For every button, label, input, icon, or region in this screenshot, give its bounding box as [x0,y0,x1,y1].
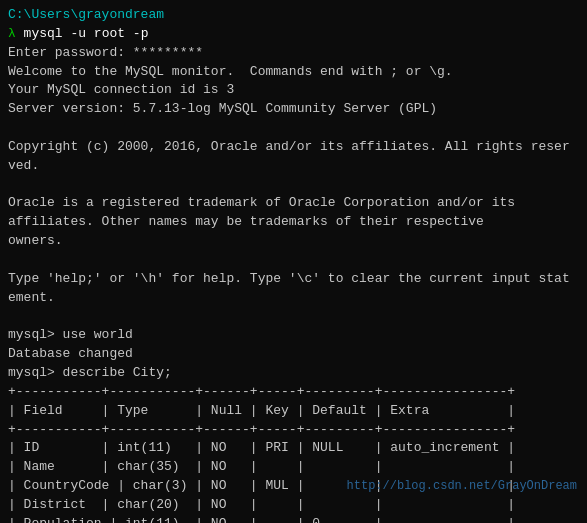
terminal-line [8,119,579,138]
terminal-line: mysql> describe City; [8,364,579,383]
terminal-line: | Name | char(35) | NO | | | | [8,458,579,477]
terminal-line: | District | char(20) | NO | | | | [8,496,579,515]
terminal-line: Copyright (c) 2000, 2016, Oracle and/or … [8,138,579,157]
terminal-line: | Field | Type | Null | Key | Default | … [8,402,579,421]
terminal-line: | ID | int(11) | NO | PRI | NULL | auto_… [8,439,579,458]
terminal-line: | Population | int(11) | NO | | 0 | | [8,515,579,523]
terminal-line [8,176,579,195]
terminal-line: Oracle is a registered trademark of Orac… [8,194,579,213]
terminal-line: Server version: 5.7.13-log MySQL Communi… [8,100,579,119]
terminal-line: Database changed [8,345,579,364]
terminal-line: affiliates. Other names may be trademark… [8,213,579,232]
terminal-line [8,251,579,270]
terminal-line [8,308,579,327]
terminal-line: λ mysql -u root -p [8,25,579,44]
terminal-line: +-----------+-----------+------+-----+--… [8,421,579,440]
terminal-line: mysql> use world [8,326,579,345]
terminal: C:\Users\grayondreamλ mysql -u root -pEn… [0,0,587,523]
terminal-line: Welcome to the MySQL monitor. Commands e… [8,63,579,82]
terminal-line: +-----------+-----------+------+-----+--… [8,383,579,402]
terminal-line: C:\Users\grayondream [8,6,579,25]
terminal-line: ved. [8,157,579,176]
terminal-line: Enter password: ********* [8,44,579,63]
terminal-content: C:\Users\grayondreamλ mysql -u root -pEn… [8,6,579,523]
terminal-line: ement. [8,289,579,308]
terminal-line: Type 'help;' or '\h' for help. Type '\c'… [8,270,579,289]
watermark: http://blog.csdn.net/GrayOnDream [347,478,577,495]
terminal-line: Your MySQL connection id is 3 [8,81,579,100]
terminal-line: owners. [8,232,579,251]
